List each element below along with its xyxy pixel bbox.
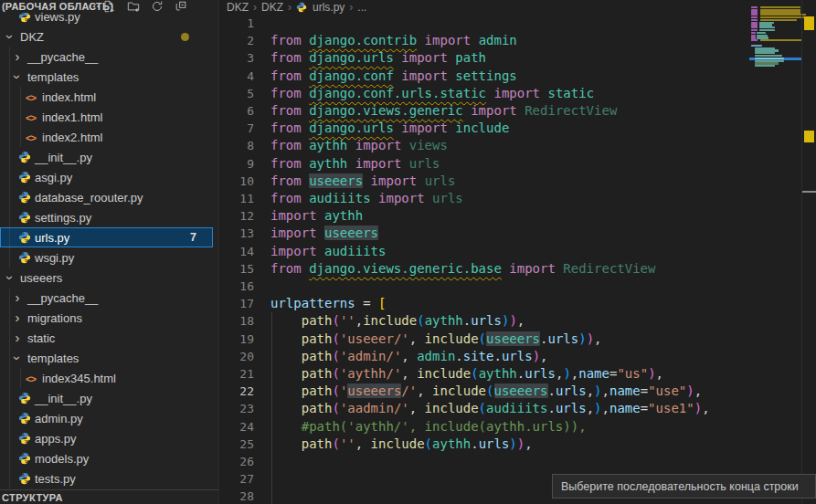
chevron-down-icon: › [3, 30, 18, 43]
modified-dot [181, 33, 189, 41]
line-number: 10 [219, 173, 254, 190]
code-text: from useeers import urls [270, 173, 455, 190]
code-text: from django.views.generic import Redirec… [270, 102, 617, 120]
code-text: from django.contrib import admin [270, 32, 517, 49]
tree-item--pycache-[interactable]: ›__pycache__ [0, 288, 213, 308]
tree-item-templates[interactable]: ›templates [0, 348, 213, 368]
line-number: 25 [219, 436, 254, 453]
tree-item-static[interactable]: ›static [0, 328, 213, 348]
minimap-line [757, 32, 766, 34]
code-text: from django.urls import include [270, 120, 509, 137]
tree-item-admin-py[interactable]: admin.py [0, 408, 213, 428]
tree-item-wsgi-py[interactable]: wsgi.py [0, 247, 213, 268]
tree-item-DKZ[interactable]: ›DKZ [0, 26, 213, 47]
line-number: 9 [219, 155, 254, 173]
more-actions-icon[interactable]: ... [89, 0, 101, 10]
line-number: 5 [219, 85, 254, 102]
chevron-down-icon: › [10, 70, 26, 83]
tree-item-index1-html[interactable]: <>index1.html [0, 107, 213, 127]
line-number: 19 [219, 331, 254, 348]
tree-item-label: index.html [42, 90, 96, 104]
tree-item-label: wsgi.py [35, 251, 74, 265]
breadcrumb-item-symbol[interactable]: ... [357, 1, 366, 14]
code-text: path('aadmin/', include(audiiits.urls,),… [270, 400, 710, 417]
new-file-icon[interactable] [102, 0, 116, 13]
tree-item-label: index1.html [42, 110, 102, 124]
code-text: import useeers [270, 225, 378, 242]
minimap-line [751, 29, 758, 31]
tree-indent-guide [20, 368, 21, 388]
line-number: 7 [219, 120, 254, 137]
problems-count-badge: 7 [190, 231, 196, 244]
tree-item-label: models.py [35, 452, 89, 466]
tree-item-label: settings.py [35, 211, 91, 225]
chevron-right-icon: › [253, 1, 257, 14]
new-folder-icon[interactable] [127, 0, 141, 13]
line-number: 14 [219, 243, 254, 260]
chevron-down-icon: › [3, 271, 18, 284]
tree-item-migrations[interactable]: ›migrations [0, 308, 213, 328]
minimap-line [760, 6, 800, 8]
tree-item-tests-py[interactable]: tests.py [0, 468, 213, 488]
tree-item-label: useeers [20, 271, 62, 285]
code-text: path('admin/', admin.site.urls), [270, 348, 548, 365]
tree-item-index-html[interactable]: <>index.html [0, 87, 213, 107]
html-icon: <> [26, 90, 39, 104]
tree-item-label: admin.py [35, 412, 83, 425]
chevron-right-icon: › [11, 330, 24, 345]
tree-item-index2-html[interactable]: <>index2.html [0, 127, 213, 147]
line-number: 13 [219, 225, 254, 242]
outline-section-header[interactable]: СТРУКТУРА [0, 489, 218, 504]
tree-item-database-roouter-py[interactable]: database_roouter.py [0, 187, 213, 207]
tree-item-label: __pycache__ [27, 50, 98, 64]
minimap-line [760, 39, 802, 41]
tree-item--pycache-[interactable]: ›__pycache__ [0, 47, 213, 67]
code-text: path('', include(aythh.urls)), [270, 436, 533, 453]
line-number: 6 [219, 102, 254, 120]
code-text: import audiiits [270, 243, 386, 260]
html-icon: <> [26, 372, 39, 385]
tree-item-index345-html[interactable]: <>index345.html [0, 368, 213, 388]
line-number: 28 [219, 488, 254, 504]
code-text: path('',include(aythh.urls)), [270, 312, 525, 330]
html-icon: <> [26, 131, 39, 144]
code-editor[interactable]: 12from django.contrib import admin3from … [219, 0, 749, 504]
collapse-folders-icon[interactable] [175, 0, 188, 13]
tree-item-label: templates [27, 70, 79, 84]
line-number: 18 [219, 312, 254, 330]
chevron-right-icon: › [11, 289, 24, 305]
code-text: from django.urls import path [270, 49, 486, 67]
chevron-right-icon: › [11, 48, 24, 64]
line-number: 16 [219, 278, 254, 295]
chevron-right-icon: › [11, 310, 24, 325]
minimap-line [759, 29, 775, 31]
tree-item-templates[interactable]: ›templates [0, 67, 213, 87]
python-icon [18, 231, 32, 245]
refresh-explorer-icon[interactable] [151, 0, 164, 13]
line-number: 2 [219, 32, 254, 49]
code-text: from aythh import urls [270, 155, 440, 173]
tree-item-useeers[interactable]: ›useeers [0, 268, 213, 288]
code-text: path('aythh/', include(aythh.urls,),name… [270, 365, 663, 383]
minimap[interactable] [749, 4, 802, 88]
tree-item-models-py[interactable]: models.py [0, 448, 213, 468]
html-icon: <> [26, 110, 39, 124]
tree-item-label: __init__.py [35, 151, 92, 164]
overview-ruler[interactable] [802, 0, 816, 504]
line-number: 26 [219, 453, 254, 470]
tree-item-label: database_roouter.py [35, 191, 143, 205]
line-number: 22 [219, 383, 254, 400]
tree-item--init-py[interactable]: __init__.py [0, 388, 213, 408]
tree-item-settings-py[interactable]: settings.py [0, 207, 213, 227]
tree-item-asgi-py[interactable]: asgi.py [0, 167, 213, 187]
tree-item--init-py[interactable]: __init__.py [0, 147, 213, 167]
tree-item-urls-py[interactable]: urls.py7 [0, 227, 213, 247]
line-number: 8 [219, 137, 254, 154]
ruler-mark [804, 131, 814, 142]
breadcrumb-item-file[interactable]: urls.py [313, 1, 344, 14]
tree-item-label: __init__.py [35, 392, 92, 405]
breadcrumb-item-folder[interactable]: DKZ [261, 1, 283, 14]
chevron-right-icon: › [288, 1, 291, 14]
tree-item-apps-py[interactable]: apps.py [0, 428, 213, 448]
breadcrumb-item-folder[interactable]: DKZ [227, 1, 249, 14]
